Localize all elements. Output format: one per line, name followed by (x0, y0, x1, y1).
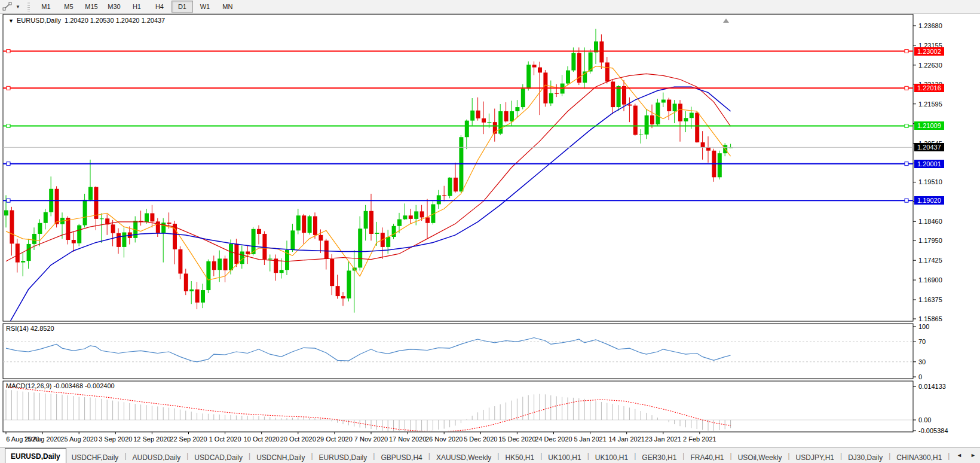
price-level-badge: 1.21009 (914, 121, 944, 130)
price-axis-tick-label: 1.17950 (918, 237, 942, 244)
toolbar-grip[interactable] (27, 2, 30, 11)
candle (622, 86, 626, 105)
candle (72, 240, 76, 243)
chart-tab-dj30-daily[interactable]: DJ30,Daily (843, 451, 888, 463)
collapse-indicator-icon[interactable]: ▼ (8, 18, 14, 24)
chart-tab-fra40-h1[interactable]: FRA40,H1 (685, 451, 729, 463)
candle (403, 215, 407, 219)
timeframe-button-mn[interactable]: MN (217, 1, 238, 13)
candle (308, 217, 312, 233)
price-level-badge: 1.22016 (914, 84, 944, 92)
chart-tab-usdchf-daily[interactable]: USDCHF,Daily (66, 451, 124, 463)
macd-scale-label: -0.005384 (918, 427, 948, 434)
candle (482, 118, 486, 123)
candle (94, 187, 98, 219)
timeframe-button-h1[interactable]: H1 (126, 1, 148, 13)
macd-panel[interactable] (3, 381, 913, 432)
chart-tab-usdcnh-daily[interactable]: USDCNH,Daily (251, 451, 310, 463)
candle (4, 210, 8, 215)
chart-tab-china300-h1[interactable]: CHINA300,H1 (891, 451, 947, 463)
candle (195, 290, 200, 303)
candle (206, 261, 210, 290)
chart-canvas[interactable] (0, 0, 980, 463)
main-chart-panel[interactable] (3, 14, 913, 321)
line-endpoint-handle[interactable] (7, 124, 10, 127)
line-endpoint-handle[interactable] (7, 86, 10, 90)
candle (470, 111, 474, 121)
chart-tab-ger30-h1[interactable]: GER30,H1 (636, 451, 682, 463)
line-endpoint-handle[interactable] (905, 50, 908, 53)
chart-tab-hk50-h1[interactable]: HK50,H1 (500, 451, 540, 463)
candle (476, 111, 480, 118)
candle (117, 233, 121, 247)
timeframe-button-m5[interactable]: M5 (58, 1, 79, 13)
date-axis-label: 20 Oct 2020 (280, 435, 316, 443)
date-axis-label: 22 Sep 2020 (170, 435, 207, 443)
rsi-indicator-label: RSI(14) 42.8520 (6, 325, 54, 332)
timeframe-button-w1[interactable]: W1 (194, 1, 216, 13)
line-endpoint-handle[interactable] (905, 124, 908, 127)
timeframe-button-m15[interactable]: M15 (81, 1, 102, 13)
price-axis-tick-label: 1.22630 (918, 62, 942, 69)
candle (145, 213, 149, 221)
candle (599, 41, 604, 62)
line-endpoint-handle[interactable] (7, 199, 10, 202)
macd-scale-label: 0.00 (918, 416, 931, 424)
line-endpoint-handle[interactable] (905, 162, 908, 166)
tab-scroll-right-icon[interactable]: ► (970, 452, 976, 458)
trendline-tool-icon[interactable] (2, 2, 13, 11)
candle (667, 100, 671, 111)
chart-tab-audusd-daily[interactable]: AUDUSD,Daily (127, 451, 186, 463)
chart-tab-uk100-h1[interactable]: UK100,H1 (543, 451, 586, 463)
chart-tab-xauusd-weekly[interactable]: XAUUSD,Weekly (431, 451, 497, 463)
line-endpoint-handle[interactable] (7, 50, 10, 53)
chart-tab-usdcad-daily[interactable]: USDCAD,Daily (189, 451, 248, 463)
candle (375, 233, 379, 234)
tab-scroll-left-icon[interactable]: ◄ (957, 452, 962, 458)
candle (650, 115, 654, 124)
line-endpoint-handle[interactable] (905, 199, 908, 202)
candle (167, 223, 172, 224)
candle (549, 93, 553, 103)
candle (347, 270, 351, 298)
chart-tab-eurusd-daily[interactable]: EURUSD,Daily (314, 451, 373, 463)
candle (662, 100, 666, 103)
timeframe-button-m30[interactable]: M30 (103, 1, 125, 13)
candle (442, 195, 446, 196)
candle (521, 89, 525, 107)
tool-dropdown-caret-icon[interactable]: ▼ (16, 4, 20, 10)
candle (684, 118, 688, 121)
candle (695, 112, 699, 142)
rsi-scale-label: 100 (918, 323, 929, 330)
candle (448, 178, 452, 196)
candle (77, 226, 81, 243)
timeframe-button-h4[interactable]: H4 (149, 1, 170, 13)
line-endpoint-handle[interactable] (905, 86, 908, 90)
candle (701, 142, 705, 147)
candle (122, 232, 126, 246)
price-axis-tick-label: 1.17425 (918, 257, 942, 264)
timeframe-toolbar: ▼ M1M5M15M30H1H4D1W1MN (0, 0, 980, 14)
chart-tab-usdjpy-h1[interactable]: USDJPY,H1 (791, 451, 840, 463)
chart-tab-usoil-weekly[interactable]: USOil,Weekly (733, 451, 788, 463)
chart-symbol-label: EURUSD,Daily (17, 17, 61, 24)
chart-tab-gbpusd-h4[interactable]: GBPUSD,H4 (375, 451, 427, 463)
candle (465, 121, 469, 138)
candle (386, 237, 390, 247)
candle (223, 258, 228, 270)
chart-tab-uk100-h1[interactable]: UK100,H1 (590, 451, 633, 463)
chart-ohlc-values: 1.20420 1.20530 1.20420 1.20437 (65, 17, 165, 24)
date-axis-label: 15 Aug 2020 (24, 435, 61, 443)
candle (229, 244, 233, 270)
chart-tab-eurusd-daily[interactable]: EURUSD,Daily (5, 448, 66, 463)
candle (392, 226, 396, 237)
line-endpoint-handle[interactable] (7, 162, 10, 166)
timeframe-button-d1[interactable]: D1 (172, 1, 193, 13)
chart-title: ▼EURUSD,Daily 1.20420 1.20530 1.20420 1.… (8, 17, 165, 24)
candle (532, 65, 537, 67)
macd-scale-label: 0.014133 (918, 383, 946, 390)
timeframe-button-m1[interactable]: M1 (35, 1, 57, 13)
candle (678, 103, 682, 121)
macd-indicator-label: MACD(12,26,9) -0.003468 -0.002400 (6, 382, 115, 389)
chart-shift-marker[interactable] (723, 19, 729, 23)
